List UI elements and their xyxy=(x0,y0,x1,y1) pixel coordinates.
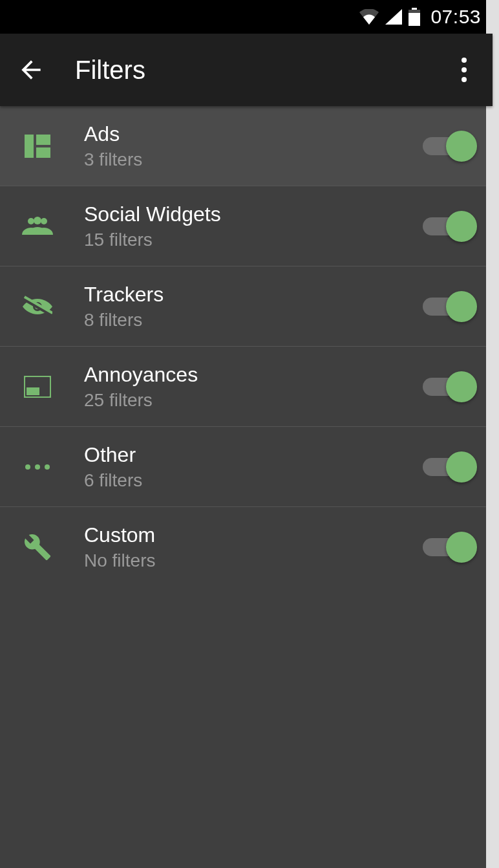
filter-category-trackers[interactable]: Trackers 8 filters xyxy=(0,266,493,347)
page-title: Filters xyxy=(75,56,449,85)
svg-point-10 xyxy=(34,217,41,224)
status-bar: 07:53 xyxy=(0,0,493,34)
wifi-icon xyxy=(359,9,379,25)
filter-category-title: Social Widgets xyxy=(84,201,423,227)
filter-category-labels: Social Widgets 15 filters xyxy=(84,201,423,252)
filter-category-labels: Annoyances 25 filters xyxy=(84,362,423,412)
wrench-icon xyxy=(18,528,57,567)
svg-point-3 xyxy=(462,58,467,63)
filter-category-social-widgets[interactable]: Social Widgets 15 filters xyxy=(0,186,493,266)
filter-category-list: Ads 3 filters Social Widgets xyxy=(0,106,493,868)
battery-icon xyxy=(409,8,420,26)
filter-category-title: Ads xyxy=(84,121,423,147)
back-button[interactable] xyxy=(13,52,49,88)
app-screen: 07:53 Filters xyxy=(0,0,493,868)
filter-category-subtitle: 8 filters xyxy=(84,309,423,332)
svg-rect-17 xyxy=(27,387,39,395)
svg-point-5 xyxy=(462,77,467,82)
svg-rect-0 xyxy=(412,8,417,10)
eye-off-icon xyxy=(18,287,57,326)
filter-toggle-trackers[interactable] xyxy=(423,292,474,321)
filter-category-subtitle: 15 filters xyxy=(84,228,423,252)
filter-category-custom[interactable]: Custom No filters xyxy=(0,507,493,587)
people-icon xyxy=(18,207,57,246)
cellular-icon xyxy=(385,9,402,25)
svg-point-11 xyxy=(41,218,47,224)
filter-toggle-ads[interactable] xyxy=(423,132,474,160)
svg-rect-6 xyxy=(25,135,34,158)
svg-rect-7 xyxy=(36,135,50,145)
filter-category-title: Annoyances xyxy=(84,362,423,387)
filter-category-subtitle: 3 filters xyxy=(84,148,423,171)
svg-point-18 xyxy=(25,464,30,470)
filter-category-subtitle: No filters xyxy=(84,549,423,572)
more-vert-icon xyxy=(461,57,467,83)
status-time: 07:53 xyxy=(430,6,481,28)
filter-category-labels: Custom No filters xyxy=(84,522,423,572)
svg-point-4 xyxy=(462,67,467,72)
overflow-menu-button[interactable] xyxy=(449,52,480,88)
filter-toggle-custom[interactable] xyxy=(423,533,474,561)
dots-icon xyxy=(18,448,57,486)
filter-toggle-annoyances[interactable] xyxy=(423,373,474,401)
svg-rect-8 xyxy=(36,147,50,158)
window-icon xyxy=(18,367,57,406)
filter-toggle-other[interactable] xyxy=(423,453,474,481)
filter-category-title: Other xyxy=(84,442,423,468)
filter-category-subtitle: 6 filters xyxy=(84,469,423,492)
filter-category-annoyances[interactable]: Annoyances 25 filters xyxy=(0,347,493,427)
filter-category-ads[interactable]: Ads 3 filters xyxy=(0,106,493,186)
filter-category-other[interactable]: Other 6 filters xyxy=(0,427,493,507)
app-bar: Filters xyxy=(0,34,493,106)
svg-point-19 xyxy=(35,464,40,470)
svg-point-9 xyxy=(28,218,34,224)
filter-category-labels: Trackers 8 filters xyxy=(84,281,423,332)
filter-category-title: Custom xyxy=(84,522,423,548)
filter-category-labels: Other 6 filters xyxy=(84,442,423,492)
dashboard-icon xyxy=(18,127,57,166)
filter-category-labels: Ads 3 filters xyxy=(84,121,423,171)
filter-category-title: Trackers xyxy=(84,281,423,307)
arrow-back-icon xyxy=(17,56,45,84)
svg-point-20 xyxy=(45,464,50,470)
scrollbar-gutter xyxy=(486,0,493,868)
svg-rect-2 xyxy=(409,13,420,26)
filter-category-subtitle: 25 filters xyxy=(84,389,423,412)
filter-toggle-social-widgets[interactable] xyxy=(423,212,474,241)
